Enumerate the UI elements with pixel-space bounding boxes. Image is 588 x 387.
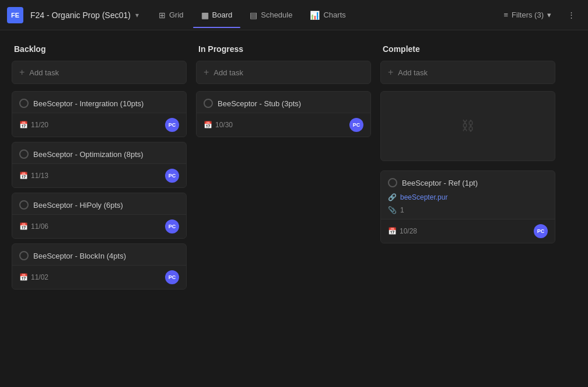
task-date: 📅 11/20 bbox=[19, 121, 48, 129]
ref-date: 📅 10/28 bbox=[388, 227, 417, 235]
task-date: 📅 11/13 bbox=[19, 172, 48, 180]
task-footer: 📅 11/06 PC bbox=[12, 214, 186, 238]
filters-button[interactable]: ≡ Filters (3) ▾ bbox=[498, 8, 557, 22]
column-inprogress: In Progress + Add task BeeSceptor - Stub… bbox=[196, 44, 371, 373]
complete-header: Complete bbox=[380, 44, 555, 54]
paperclip-icon: 📎 bbox=[388, 206, 397, 214]
task-title-row: BeeSceptor - Optimization (8pts) bbox=[12, 142, 186, 163]
nav-right: ≡ Filters (3) ▾ ⋮ bbox=[498, 8, 581, 22]
tab-charts[interactable]: 📊 Charts bbox=[302, 7, 354, 23]
link-icon: 🔗 bbox=[388, 193, 397, 201]
tab-grid-label: Grid bbox=[169, 11, 184, 19]
ref-title-row: BeeSceptor - Ref (1pt) bbox=[381, 171, 555, 192]
add-icon: + bbox=[19, 67, 24, 78]
calendar-icon: 📅 bbox=[19, 273, 28, 281]
attachment-count: 1 bbox=[400, 206, 404, 214]
ref-attachment-row: 📎 1 bbox=[381, 205, 555, 219]
project-chevron-icon[interactable]: ▾ bbox=[135, 11, 139, 19]
avatar: PC bbox=[349, 118, 363, 132]
tab-charts-label: Charts bbox=[323, 11, 345, 19]
task-status-circle[interactable] bbox=[388, 178, 397, 187]
task-title-row: BeeSceptor - HiPoly (6pts) bbox=[12, 193, 186, 214]
date-value: 10/30 bbox=[215, 121, 233, 129]
project-logo: FE bbox=[7, 7, 23, 23]
ref-link-row: 🔗 beeScepter.pur bbox=[381, 192, 555, 205]
task-title: BeeSceptor - BlockIn (4pts) bbox=[33, 252, 126, 260]
avatar: PC bbox=[165, 169, 179, 183]
calendar-icon: 📅 bbox=[19, 121, 28, 129]
task-status-circle[interactable] bbox=[19, 149, 29, 159]
ref-date-value: 10/28 bbox=[400, 227, 417, 235]
more-options-button[interactable]: ⋮ bbox=[562, 8, 581, 22]
inprogress-header: In Progress bbox=[196, 44, 371, 54]
ref-link-text[interactable]: beeScepter.pur bbox=[400, 193, 447, 201]
link-placeholder-card: ⛓ bbox=[380, 91, 555, 161]
schedule-icon: ▤ bbox=[250, 11, 257, 20]
task-title: BeeSceptor - Optimization (8pts) bbox=[33, 150, 144, 159]
task-footer: 📅 11/02 PC bbox=[12, 265, 186, 289]
add-icon: + bbox=[388, 67, 393, 78]
tab-grid[interactable]: ⊞ Grid bbox=[150, 7, 192, 23]
calendar-icon: 📅 bbox=[19, 222, 28, 231]
task-card-blockin: BeeSceptor - BlockIn (4pts) 📅 11/02 PC bbox=[12, 243, 187, 290]
tab-schedule-label: Schedule bbox=[261, 11, 292, 19]
task-status-circle[interactable] bbox=[19, 200, 29, 210]
avatar: PC bbox=[165, 219, 179, 233]
task-footer: 📅 11/20 PC bbox=[12, 113, 186, 137]
task-card-hipoly: BeeSceptor - HiPoly (6pts) 📅 11/06 PC bbox=[12, 193, 187, 239]
task-card-stub: BeeSceptor - Stub (3pts) 📅 10/30 PC bbox=[196, 91, 371, 137]
date-value: 11/20 bbox=[31, 121, 48, 129]
column-backlog: Backlog + Add task BeeSceptor - Intergra… bbox=[12, 44, 187, 373]
tab-board-label: Board bbox=[212, 11, 233, 19]
task-status-circle[interactable] bbox=[204, 99, 213, 108]
task-title: BeeSceptor - Intergration (10pts) bbox=[33, 99, 144, 108]
task-date: 📅 11/06 bbox=[19, 222, 48, 231]
column-complete: Complete + Add task ⛓ BeeSceptor - Ref (… bbox=[380, 44, 555, 373]
avatar: PC bbox=[165, 270, 179, 284]
backlog-add-task-label: Add task bbox=[29, 68, 59, 77]
calendar-icon: 📅 bbox=[204, 121, 212, 129]
task-date: 📅 11/02 bbox=[19, 273, 48, 281]
task-status-circle[interactable] bbox=[19, 251, 29, 260]
filters-label: Filters (3) bbox=[512, 11, 544, 19]
task-title-row: BeeSceptor - Intergration (10pts) bbox=[12, 92, 186, 113]
date-value: 11/13 bbox=[31, 172, 48, 180]
avatar: PC bbox=[534, 224, 548, 238]
add-icon: + bbox=[204, 67, 209, 78]
inprogress-add-task-button[interactable]: + Add task bbox=[196, 61, 371, 84]
task-date: 📅 10/30 bbox=[204, 121, 233, 129]
project-title: F24 - Organic Prop (Sec01) bbox=[30, 11, 131, 20]
complete-add-task-label: Add task bbox=[398, 68, 428, 77]
tab-schedule[interactable]: ▤ Schedule bbox=[242, 7, 300, 23]
topnav: FE F24 - Organic Prop (Sec01) ▾ ⊞ Grid ▦… bbox=[0, 0, 588, 30]
task-title: BeeSceptor - Stub (3pts) bbox=[218, 99, 301, 108]
complete-add-task-button[interactable]: + Add task bbox=[380, 61, 555, 84]
task-title-row: BeeSceptor - BlockIn (4pts) bbox=[12, 244, 186, 265]
tab-board[interactable]: ▦ Board bbox=[193, 7, 241, 23]
ref-footer: 📅 10/28 PC bbox=[381, 219, 555, 243]
ref-task-title: BeeSceptor - Ref (1pt) bbox=[402, 179, 478, 187]
board-icon: ▦ bbox=[201, 11, 209, 20]
charts-icon: 📊 bbox=[310, 11, 320, 20]
task-footer: 📅 11/13 PC bbox=[12, 163, 186, 187]
backlog-add-task-button[interactable]: + Add task bbox=[12, 61, 187, 84]
filter-icon: ≡ bbox=[504, 11, 509, 19]
calendar-icon: 📅 bbox=[19, 172, 28, 180]
filters-chevron-icon: ▾ bbox=[547, 11, 551, 19]
inprogress-add-task-label: Add task bbox=[214, 68, 243, 77]
task-card-optimization: BeeSceptor - Optimization (8pts) 📅 11/13… bbox=[12, 142, 187, 188]
task-title-row: BeeSceptor - Stub (3pts) bbox=[197, 92, 370, 113]
calendar-icon: 📅 bbox=[388, 227, 397, 235]
date-value: 11/02 bbox=[31, 273, 48, 281]
task-card-integration: BeeSceptor - Intergration (10pts) 📅 11/2… bbox=[12, 91, 187, 137]
task-card-ref: BeeSceptor - Ref (1pt) 🔗 beeScepter.pur … bbox=[380, 170, 555, 243]
nav-tabs: ⊞ Grid ▦ Board ▤ Schedule 📊 Charts bbox=[150, 7, 496, 23]
task-title: BeeSceptor - HiPoly (6pts) bbox=[33, 201, 123, 210]
task-status-circle[interactable] bbox=[19, 99, 29, 108]
board: Backlog + Add task BeeSceptor - Intergra… bbox=[0, 30, 588, 387]
link-chain-icon: ⛓ bbox=[461, 118, 474, 134]
more-icon: ⋮ bbox=[568, 11, 575, 19]
avatar: PC bbox=[165, 118, 179, 132]
date-value: 11/06 bbox=[31, 222, 48, 231]
task-footer: 📅 10/30 PC bbox=[197, 113, 370, 137]
